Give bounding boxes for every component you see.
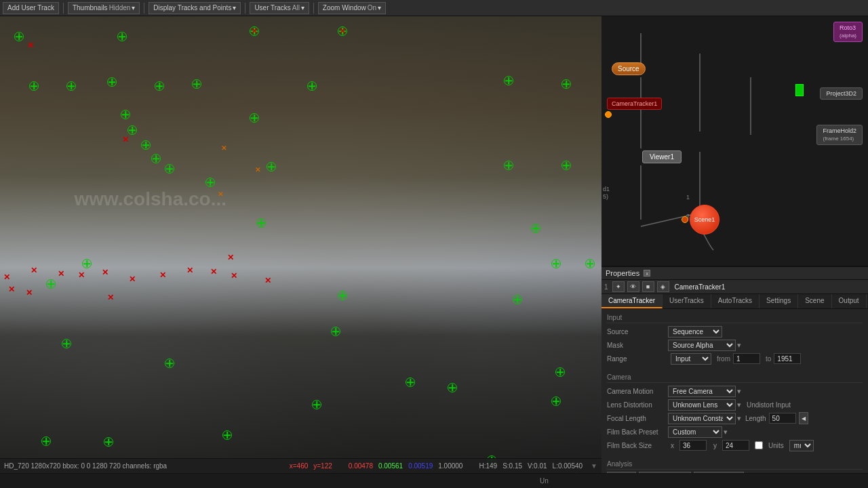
tab-output[interactable]: Output xyxy=(832,294,867,308)
focal-length-btn[interactable]: ◀ xyxy=(799,412,808,424)
film-back-size-label: Film Back Size xyxy=(607,442,668,449)
lens-distortion-row: Lens Distortion Unknown Lens ▾ Undistort… xyxy=(607,399,863,411)
props-icon-btn-3[interactable]: ■ xyxy=(642,281,654,292)
properties-header: Properties x xyxy=(601,267,868,280)
properties-toolbar: 1 ✦ 👁 ■ ◈ CameraTracker1 xyxy=(601,280,868,294)
viewport[interactable]: www.colsha.co... xyxy=(0,16,601,473)
hval: H:149 xyxy=(479,462,497,470)
node-5: 5) xyxy=(603,193,610,201)
source-label: Source xyxy=(618,65,639,73)
thumbnails-button[interactable]: Thumbnails Hidden ▾ xyxy=(68,2,140,14)
sep2 xyxy=(144,3,144,14)
zoom-indicator: ▼ xyxy=(591,462,597,470)
input-section: Input Source Sequence Mask Source Alpha … xyxy=(601,309,868,369)
thumbnails-label: Thumbnails xyxy=(73,4,108,12)
focal-length-label: Focal Length xyxy=(607,415,668,422)
film-back-preset-label: Film Back Preset xyxy=(607,428,668,436)
props-num: 1 xyxy=(604,283,608,291)
camera-tracker-label: CameraTracker1 xyxy=(612,100,657,107)
source-select[interactable]: Sequence xyxy=(668,326,722,338)
sep4 xyxy=(313,3,314,14)
sep1 xyxy=(63,3,64,14)
lens-distortion-label: Lens Distortion xyxy=(607,401,668,409)
val3: 0.00519 xyxy=(408,462,433,470)
framehold2-label: FrameHold2 xyxy=(823,127,856,136)
mask-label: Mask xyxy=(607,342,668,349)
sep3 xyxy=(245,3,245,14)
sval: S:0.15 xyxy=(502,462,522,470)
chevron-down-icon4: ▾ xyxy=(378,4,381,12)
properties-close-button[interactable]: x xyxy=(644,270,650,277)
range-select[interactable]: Input xyxy=(671,353,711,365)
film-checkbox[interactable] xyxy=(755,441,763,449)
green-indicator xyxy=(795,84,804,96)
camera-motion-label: Camera Motion xyxy=(607,388,668,395)
project3d2-label: Project3D2 xyxy=(826,90,856,97)
user-tracks-button[interactable]: User Tracks All ▾ xyxy=(250,2,309,14)
properties-panel: Properties x 1 ✦ 👁 ■ ◈ xyxy=(601,267,868,473)
props-icon-btn-1[interactable]: ✦ xyxy=(612,281,625,292)
props-icon-btn-4[interactable]: ◈ xyxy=(657,281,669,292)
vval: V:0.01 xyxy=(528,462,547,470)
props-icon-btn-2[interactable]: 👁 xyxy=(627,281,639,292)
from-label: from xyxy=(717,355,730,363)
val4: 1.00000 xyxy=(438,462,462,470)
val2: 0.00561 xyxy=(378,462,403,470)
project3d2-node[interactable]: Project3D2 xyxy=(820,87,863,100)
units-select[interactable]: mm xyxy=(789,440,814,451)
input-section-title: Input xyxy=(607,312,863,323)
display-button[interactable]: Display Tracks and Points ▾ xyxy=(149,2,241,14)
tab-auto-tracks[interactable]: AutoTracks xyxy=(711,294,760,308)
length-label: Length xyxy=(745,415,766,422)
roto3-node[interactable]: Roto3 (alpha) xyxy=(833,22,863,42)
zoom-window-value: On xyxy=(368,4,376,12)
tab-user-tracks[interactable]: UserTracks xyxy=(663,294,711,308)
roto3-label: Roto3 xyxy=(840,24,856,33)
display-label: Display Tracks and Points xyxy=(153,4,231,12)
chevron-down-icon3: ▾ xyxy=(301,4,304,12)
cam-motion-chevron: ▾ xyxy=(737,387,741,396)
viewer1-node[interactable]: Viewer1 xyxy=(642,150,682,163)
val1: 0.00478 xyxy=(349,462,373,470)
tab-scene[interactable]: Scene xyxy=(798,294,831,308)
lens-distortion-select[interactable]: Unknown Lens xyxy=(668,399,736,411)
film-x-input[interactable] xyxy=(679,440,707,451)
props-icon-1: ✦ xyxy=(616,283,621,290)
range-from-input[interactable] xyxy=(733,353,760,364)
camera-tracker-node[interactable]: CameraTracker1 xyxy=(607,98,662,110)
props-icon-3: ■ xyxy=(646,283,650,290)
to-label: to xyxy=(766,355,771,363)
node-graph[interactable]: Roto3 (alpha) Source CameraTracker1 d1 5… xyxy=(601,16,868,267)
framehold2-node[interactable]: FrameHold2 (frame 1654) xyxy=(816,125,863,145)
lens-chevron: ▾ xyxy=(737,401,741,409)
range-to-input[interactable] xyxy=(774,353,801,364)
right-panel: Roto3 (alpha) Source CameraTracker1 d1 5… xyxy=(601,16,868,473)
add-user-track-button[interactable]: Add User Track xyxy=(3,2,59,14)
coord-x: x=460 xyxy=(290,462,309,470)
focal-length-input[interactable] xyxy=(769,413,796,424)
film-back-preset-row: Film Back Preset Custom ▾ xyxy=(607,426,863,438)
film-back-size-row: Film Back Size x y Units mm xyxy=(607,439,863,451)
y-label: y xyxy=(713,442,717,449)
tab-settings[interactable]: Settings xyxy=(760,294,798,308)
source-node[interactable]: Source xyxy=(612,62,646,75)
un-label: Un xyxy=(540,477,549,485)
scene1-node[interactable]: Scene1 xyxy=(690,205,719,235)
mask-select[interactable]: Source Alpha xyxy=(668,340,736,351)
main-area: www.colsha.co... xyxy=(0,16,868,473)
film-y-input[interactable] xyxy=(722,440,749,451)
tab-camera-tracker[interactable]: CameraTracker xyxy=(601,294,663,308)
film-back-preset-select[interactable]: Custom xyxy=(668,426,722,438)
source-label: Source xyxy=(607,328,668,336)
mask-chevron: ▾ xyxy=(737,341,741,350)
coord-y: y=122 xyxy=(313,462,332,470)
camera-motion-select[interactable]: Free Camera xyxy=(668,386,736,397)
scene-overlay xyxy=(0,16,601,473)
properties-title-label: Properties xyxy=(606,269,639,277)
focal-select[interactable]: Unknown Constant xyxy=(668,413,736,424)
chevron-down-icon: ▾ xyxy=(132,4,135,12)
add-user-track-label: Add User Track xyxy=(7,4,54,12)
roto3-sublabel: (alpha) xyxy=(840,33,856,39)
focal-length-row: Focal Length Unknown Constant ▾ Length ◀ xyxy=(607,412,863,424)
zoom-window-button[interactable]: Zoom Window On ▾ xyxy=(318,2,386,14)
